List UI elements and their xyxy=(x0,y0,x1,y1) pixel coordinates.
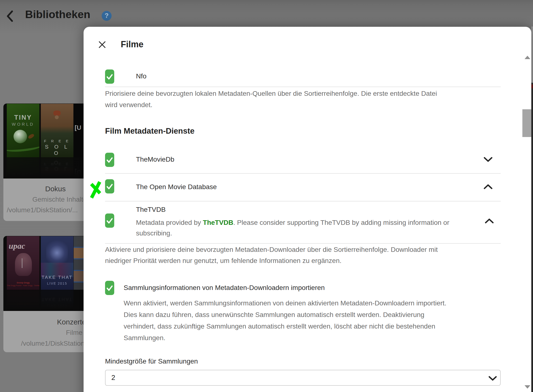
library-card-title: Konzerte xyxy=(57,318,86,326)
checkmark-icon xyxy=(106,183,114,190)
library-card-subtitle: Filme xyxy=(66,329,82,337)
library-card-path: /volume1/DiskStation/... xyxy=(21,340,92,347)
import-collections-label: Sammlungsinformationen von Metadaten-Dow… xyxy=(124,284,325,292)
downloader-hint: Aktiviere und priorisiere deine bevorzug… xyxy=(105,244,501,266)
local-metadata-hint: Priorisiere deine bevorzugten lokalen Me… xyxy=(105,88,501,110)
screen: Bibliotheken ? TINY WORLD WORLD F R E E … xyxy=(0,0,533,392)
import-collections-description: Wenn aktiviert, werden Sammlungsinformat… xyxy=(124,297,503,344)
poster-upac: upac Snoop Dogg Tha Dogg Pound · Nate Do… xyxy=(7,236,39,290)
library-card-subtitle: Gemischte Inhalte xyxy=(32,196,87,203)
dialog-title: Filme xyxy=(121,39,143,49)
climber xyxy=(53,110,61,116)
divider xyxy=(105,243,501,244)
poster-tiny-world: TINY WORLD xyxy=(7,104,39,157)
back-icon[interactable] xyxy=(6,10,14,22)
library-card-path: /volume1/DiskStation/... xyxy=(7,206,78,214)
thetvdb-link[interactable]: TheTVDB xyxy=(203,219,233,226)
chevron-down-icon xyxy=(489,376,497,381)
help-icon[interactable]: ? xyxy=(102,11,112,21)
chevron-down-icon[interactable] xyxy=(483,157,493,162)
themoviedb-label: TheMovieDb xyxy=(136,156,174,163)
stage-glow xyxy=(46,240,68,266)
divider xyxy=(105,173,501,174)
dew-drop xyxy=(14,130,27,143)
nfo-checkbox[interactable] xyxy=(105,69,114,84)
themoviedb-checkbox[interactable] xyxy=(105,153,114,167)
checkmark-icon xyxy=(106,284,114,292)
scrollbar-thumb[interactable] xyxy=(522,109,531,137)
min-collection-size-label: Mindestgröße für Sammlungen xyxy=(105,358,198,365)
min-collection-size-select[interactable]: 2 xyxy=(105,370,501,386)
checkmark-icon xyxy=(106,73,114,80)
omdb-checkbox[interactable] xyxy=(105,179,114,193)
poster-take-that: TAKE THAT LIVE 2015 xyxy=(41,236,73,290)
page-edge-sliver xyxy=(531,27,533,83)
chevron-up-icon[interactable] xyxy=(485,218,494,224)
chain xyxy=(22,258,22,268)
scroll-up-arrow-icon[interactable] xyxy=(525,56,530,59)
library-card-title: Dokus xyxy=(45,185,66,193)
checkmark-icon xyxy=(106,217,114,224)
scroll-down-arrow-icon[interactable] xyxy=(525,385,530,389)
thetvdb-description: Metadata provided by TheTVDB. Please con… xyxy=(136,217,489,239)
portrait xyxy=(15,253,32,276)
divider xyxy=(105,87,501,87)
services-heading: Film Metadaten-Dienste xyxy=(105,126,194,136)
chevron-up-icon[interactable] xyxy=(483,184,493,190)
min-collection-size-value: 2 xyxy=(111,374,115,382)
close-icon[interactable] xyxy=(98,41,106,49)
omdb-label: The Open Movie Database xyxy=(136,183,217,191)
green-cursor-mark xyxy=(89,181,102,199)
library-settings-dialog: Filme Nfo Priorisiere deine bevorzugten … xyxy=(84,27,531,392)
checkmark-icon xyxy=(106,156,114,164)
import-collections-checkbox[interactable] xyxy=(105,281,114,295)
divider xyxy=(105,201,501,201)
thetvdb-label: TheTVDB xyxy=(136,206,166,213)
page-title: Bibliotheken xyxy=(25,8,90,21)
page-edge-sliver-dark xyxy=(531,83,533,392)
grass-blade xyxy=(7,141,39,153)
nfo-label: Nfo xyxy=(136,72,147,80)
thetvdb-checkbox[interactable] xyxy=(105,213,114,228)
page-edge-sliver-red xyxy=(531,84,533,88)
poster-free-solo: F R E E S O L O xyxy=(41,104,73,157)
page-header: Bibliotheken ? xyxy=(0,0,533,24)
ant xyxy=(28,133,35,139)
auto-collections-hint: Erstellt automatisch Sammlungen, wenn mi… xyxy=(105,390,501,392)
